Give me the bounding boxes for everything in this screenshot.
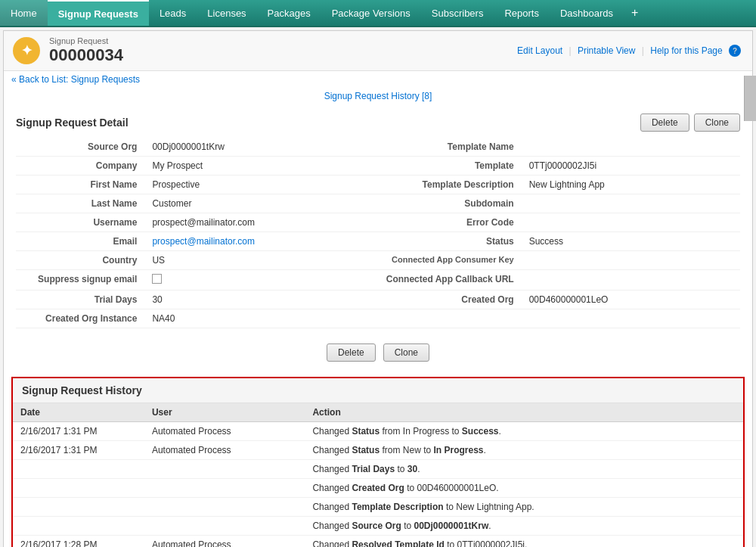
history-date: 2/16/2017 1:28 PM [13, 536, 144, 548]
table-row: First Name Prospective Template Descript… [16, 176, 740, 194]
nav-dashboards[interactable]: Dashboards [550, 0, 624, 26]
back-link[interactable]: « Back to List: Signup Requests [11, 74, 140, 85]
history-action: Changed Status from New to In Progress. [305, 441, 743, 460]
help-icon[interactable]: ? [729, 45, 741, 57]
col-date: Date [13, 403, 144, 422]
error-code-value [523, 213, 740, 232]
status-value: Success [523, 232, 740, 251]
detail-buttons: Delete Clone [640, 113, 740, 132]
clone-button-top[interactable]: Clone [694, 113, 740, 132]
email-link[interactable]: prospect@mailinator.com [152, 236, 255, 247]
nav-plus[interactable]: + [624, 0, 646, 26]
error-code-label: Error Code [364, 213, 523, 232]
connected-app-key-label: Connected App Consumer Key [364, 251, 523, 270]
record-label: Signup Request [49, 36, 123, 45]
nav-package-versions[interactable]: Package Versions [321, 0, 421, 26]
created-org-value: 00D460000001LeO [523, 291, 740, 309]
history-action: Changed Resolved Template Id to 0TTj0000… [305, 536, 743, 548]
source-org-value: 00Dj0000001tKrw [146, 138, 363, 157]
template-desc-label: Template Description [364, 176, 523, 194]
template-name-label: Template Name [364, 138, 523, 157]
country-value: US [146, 251, 363, 270]
last-name-label: Last Name [16, 194, 146, 213]
history-row: 2/16/2017 1:31 PMAutomated ProcessChange… [13, 422, 743, 441]
top-bar: ✦ Signup Request 00000034 Edit Layout | … [4, 31, 752, 71]
table-row: Country US Connected App Consumer Key [16, 251, 740, 270]
history-section-title: Signup Request History [13, 378, 743, 403]
record-header: ✦ Signup Request 00000034 [11, 36, 123, 66]
section-title: Signup Request Detail [16, 117, 129, 129]
history-user: Automated Process [144, 536, 305, 548]
col-user: User [144, 403, 305, 422]
username-value: prospect@mailinator.com [146, 213, 363, 232]
history-row: 2/16/2017 1:28 PMAutomated ProcessChange… [13, 536, 743, 548]
nav-reports[interactable]: Reports [494, 0, 550, 26]
history-sub-action: Changed Template Description to New Ligh… [305, 498, 743, 517]
created-org-label: Created Org [364, 291, 523, 309]
subdomain-value [523, 194, 740, 213]
company-label: Company [16, 157, 146, 176]
edit-layout-link[interactable]: Edit Layout [517, 45, 562, 56]
history-row: 2/16/2017 1:31 PMAutomated ProcessChange… [13, 441, 743, 460]
history-sub-row: Changed Trial Days to 30. [13, 460, 743, 479]
email-value: prospect@mailinator.com [146, 232, 363, 251]
nav-leads[interactable]: Leads [149, 0, 197, 26]
nav-home[interactable]: Home [0, 0, 48, 26]
trial-days-value: 30 [146, 291, 363, 309]
first-name-value: Prospective [146, 176, 363, 194]
suppress-checkbox-display [152, 274, 162, 284]
delete-button-top[interactable]: Delete [640, 113, 689, 132]
first-name-label: First Name [16, 176, 146, 194]
table-row: Suppress signup email Connected App Call… [16, 270, 740, 291]
history-sub-row: Changed Created Org to 00D460000001LeO. [13, 479, 743, 498]
history-sub-action: Changed Created Org to 00D460000001LeO. [305, 479, 743, 498]
history-sub-action: Changed Trial Days to 30. [305, 460, 743, 479]
back-link-container: « Back to List: Signup Requests [4, 71, 752, 86]
nav-packages[interactable]: Packages [257, 0, 321, 26]
top-actions: Edit Layout | Printable View | Help for … [517, 45, 745, 57]
created-org-instance-value: NA40 [146, 309, 363, 328]
history-sub-row: Changed Source Org to 00Dj0000001tKrw. [13, 517, 743, 536]
nav-subscribers[interactable]: Subscribers [421, 0, 494, 26]
table-row: Created Org Instance NA40 [16, 309, 740, 328]
table-row: Company My Prospect Template 0TTj0000002… [16, 157, 740, 176]
history-date: 2/16/2017 1:31 PM [13, 441, 144, 460]
template-label: Template [364, 157, 523, 176]
history-sub-action: Changed Source Org to 00Dj0000001tKrw. [305, 517, 743, 536]
scrollbar[interactable] [744, 76, 756, 121]
printable-view-link[interactable]: Printable View [578, 45, 636, 56]
nav-signup-requests[interactable]: Signup Requests [48, 0, 149, 26]
table-row: Trial Days 30 Created Org 00D460000001Le… [16, 291, 740, 309]
template-name-value [523, 138, 740, 157]
history-action: Changed Status from In Progress to Succe… [305, 422, 743, 441]
created-org-instance-label: Created Org Instance [16, 309, 146, 328]
history-section: Signup Request History Date User Action … [11, 377, 745, 547]
suppress-label: Suppress signup email [16, 270, 146, 291]
template-desc-value: New Lightning App [523, 176, 740, 194]
country-label: Country [16, 251, 146, 270]
history-date: 2/16/2017 1:31 PM [13, 422, 144, 441]
delete-button-bottom[interactable]: Delete [327, 343, 376, 362]
record-id: 00000034 [49, 45, 123, 65]
template-value: 0TTj0000002JI5i [523, 157, 740, 176]
svg-text:✦: ✦ [21, 43, 33, 58]
empty-value [523, 309, 740, 328]
detail-section: Signup Request Detail Delete Clone Sourc… [4, 106, 752, 336]
help-link[interactable]: Help for this Page [650, 45, 722, 56]
history-header-row: Date User Action [13, 403, 743, 422]
username-label: Username [16, 213, 146, 232]
history-user: Automated Process [144, 422, 305, 441]
section-header: Signup Request Detail Delete Clone [16, 113, 740, 132]
clone-button-bottom[interactable]: Clone [383, 343, 429, 362]
nav-licenses[interactable]: Licenses [197, 0, 256, 26]
table-row: Email prospect@mailinator.com Status Suc… [16, 232, 740, 251]
source-org-label: Source Org [16, 138, 146, 157]
email-label: Email [16, 232, 146, 251]
history-link[interactable]: Signup Request History [8] [324, 91, 432, 101]
history-user: Automated Process [144, 441, 305, 460]
subdomain-label: Subdomain [364, 194, 523, 213]
company-value: My Prospect [146, 157, 363, 176]
suppress-checkbox [146, 270, 363, 291]
table-row: Last Name Customer Subdomain [16, 194, 740, 213]
trial-days-label: Trial Days [16, 291, 146, 309]
